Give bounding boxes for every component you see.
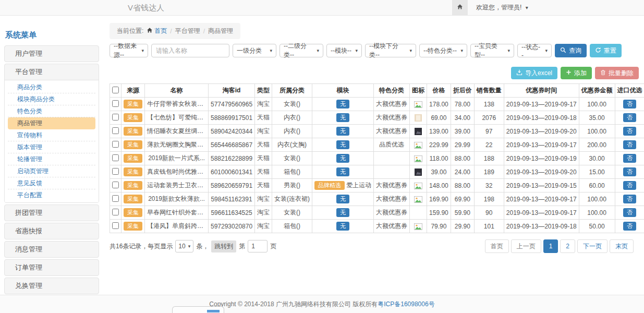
breadcrumb-item: 商品管理 <box>208 27 233 35</box>
select-value: --数据来源-- <box>114 42 138 59</box>
submenu-item-轮播管理[interactable]: 轮播管理 <box>8 153 95 165</box>
filter-bar: --数据来源--▾一级分类▾--二级分类--▾--模块--▾--模块下分类--▾… <box>110 44 639 57</box>
submenu-item-平台配置[interactable]: 平台配置 <box>8 189 95 201</box>
submenu-item-商品分类[interactable]: 商品分类 <box>8 81 95 93</box>
filter-select-module-sub-category[interactable]: --模块下分类--▾ <box>365 44 416 57</box>
row-checkbox[interactable] <box>112 168 119 175</box>
type-cell: 淘宝 <box>255 220 272 233</box>
product-image-icon <box>414 101 422 108</box>
chevron-down-icon: ▾ <box>188 244 191 249</box>
coupon-time-cell: 2019-09-13—2019-09-17 <box>504 192 579 206</box>
toolbar: 导入excel 添加 批量删除 <box>110 67 639 79</box>
page-button-上一页[interactable]: 上一页 <box>511 239 541 253</box>
module-cell: 无 <box>312 152 374 165</box>
imported-featured-toggle[interactable]: 否 <box>623 140 636 149</box>
add-button[interactable]: 添加 <box>561 67 592 79</box>
submenu-item-启动页管理[interactable]: 启动页管理 <box>8 165 95 177</box>
imported-featured-toggle[interactable]: 否 <box>623 127 636 136</box>
product-image-icon <box>414 183 422 189</box>
submenu-item-意见反馈[interactable]: 意见反馈 <box>8 177 95 189</box>
imported-featured-toggle[interactable]: 否 <box>623 100 636 109</box>
submenu-item-特色分类[interactable]: 特色分类 <box>8 105 95 117</box>
category-cell: 男装() <box>272 179 312 192</box>
imported-featured-toggle[interactable]: 否 <box>623 195 636 203</box>
type-cell: 天猫 <box>255 138 272 152</box>
imported-featured-toggle[interactable]: 否 <box>623 113 636 122</box>
select-all-checkbox[interactable] <box>112 87 119 93</box>
module-badge: 无 <box>336 167 349 176</box>
source-cell: 采集 <box>121 125 145 138</box>
filter-select-item-type[interactable]: --宝贝类型--▾ <box>470 44 514 57</box>
row-checkbox[interactable] <box>112 222 119 229</box>
coupon-time-cell: 2019-09-13—2019-09-20 <box>504 125 579 138</box>
select-value: --宝贝类型-- <box>475 42 504 59</box>
imported-featured-toggle[interactable]: 否 <box>623 208 636 217</box>
taoke-id: 588869917501 <box>209 111 255 125</box>
row-checkbox[interactable] <box>112 209 119 215</box>
type-cell: 天猫 <box>255 179 272 192</box>
filter-select-data-source[interactable]: --数据来源--▾ <box>110 44 148 57</box>
topbar-right: 欢迎您，管理员! ▾ <box>452 0 528 15</box>
coupon-amount-cell: 100.00 <box>579 206 615 220</box>
imported-featured-toggle[interactable]: 否 <box>623 154 636 163</box>
submenu-item-宣传物料[interactable]: 宣传物料 <box>8 129 95 141</box>
submenu-item-版本管理[interactable]: 版本管理 <box>8 141 95 153</box>
type-cell: 天猫 <box>255 111 272 125</box>
page-button-末页[interactable]: 末页 <box>610 239 634 253</box>
row-checkbox[interactable] <box>112 127 119 134</box>
search-button[interactable]: 查询 <box>555 44 587 57</box>
imported-featured-cell: 否 <box>615 165 644 179</box>
import-excel-button[interactable]: 导入excel <box>511 67 557 79</box>
coupon-time-cell: 2019-09-13—2019-09-18 <box>504 111 579 125</box>
icon-cell <box>410 220 427 233</box>
page-button-首页[interactable]: 首页 <box>485 239 509 253</box>
filter-select-status[interactable]: --状态--▾ <box>517 44 552 57</box>
breadcrumb-home-link[interactable]: 首页 <box>147 27 167 35</box>
name-search-input[interactable] <box>151 44 229 57</box>
price-cell: 139.00 <box>427 125 451 138</box>
row-checkbox[interactable] <box>112 182 119 188</box>
sidebar-item-用户管理[interactable]: 用户管理 <box>5 46 99 62</box>
type-cell: 天猫 <box>255 152 272 165</box>
coupon-time-cell: 2019-09-13—2019-09-17 <box>504 138 579 152</box>
page-button-下一页[interactable]: 下一页 <box>577 239 607 253</box>
imported-featured-toggle[interactable]: 否 <box>623 181 636 190</box>
row-checkbox[interactable] <box>112 100 119 107</box>
sidebar-item-省惠快报[interactable]: 省惠快报 <box>5 223 99 239</box>
imported-featured-toggle[interactable]: 否 <box>623 222 636 231</box>
batch-delete-button[interactable]: 批量删除 <box>595 67 639 79</box>
filter-select-special-category[interactable]: --特色分类--▾ <box>419 44 467 57</box>
sidebar-item-兑换管理[interactable]: 兑换管理 <box>5 278 99 294</box>
submenu-item-商品管理[interactable]: 商品管理 <box>8 117 95 129</box>
submenu-item-模块商品分类[interactable]: 模块商品分类 <box>8 93 95 105</box>
brand-title: V省钱达人 <box>128 0 164 15</box>
row-checkbox[interactable] <box>112 114 119 121</box>
sidebar-item-拼团管理[interactable]: 拼团管理 <box>5 205 99 221</box>
filter-select-module[interactable]: --模块--▾ <box>326 44 362 57</box>
sidebar-item-平台管理[interactable]: 平台管理 <box>5 64 99 80</box>
page-button-1[interactable]: 1 <box>543 239 558 253</box>
category-cell: 女装() <box>272 152 312 165</box>
user-menu[interactable]: 欢迎您，管理员! ▾ <box>476 3 528 12</box>
reset-button[interactable]: 重置 <box>590 44 622 57</box>
row-checkbox[interactable] <box>112 195 119 202</box>
sales-count-cell: 97 <box>474 125 504 138</box>
imported-featured-toggle[interactable]: 否 <box>623 167 636 176</box>
per-page-select[interactable]: 10 ▾ <box>175 240 193 252</box>
page-button-2[interactable]: 2 <box>560 239 575 253</box>
products-table: 来源名称淘客id类型所属分类模块特色分类图标价格折后价销售数量优惠券时间优惠券金… <box>110 83 644 233</box>
icp-link[interactable]: 粤ICP备16098006号 <box>378 300 434 308</box>
jump-button[interactable]: 跳转到 <box>211 240 236 252</box>
row-checkbox[interactable] <box>112 154 119 161</box>
jump-page-input[interactable] <box>248 240 268 252</box>
table-row: 采集薄款无钢圈文胸聚拢性...565446685867天猫内衣(文胸)无品质优选… <box>110 138 644 152</box>
filter-select-level1-category[interactable]: 一级分类▾ <box>233 44 276 57</box>
sidebar-item-订单管理[interactable]: 订单管理 <box>5 260 99 275</box>
category-cell: 女装() <box>272 98 312 111</box>
home-button[interactable] <box>452 0 468 15</box>
row-checkbox[interactable] <box>112 141 119 148</box>
row-select-cell <box>110 98 121 111</box>
taoke-id: 589042420344 <box>209 125 255 138</box>
filter-select-level2-category[interactable]: --二级分类--▾ <box>280 44 323 57</box>
sidebar-item-消息管理[interactable]: 消息管理 <box>5 242 99 257</box>
